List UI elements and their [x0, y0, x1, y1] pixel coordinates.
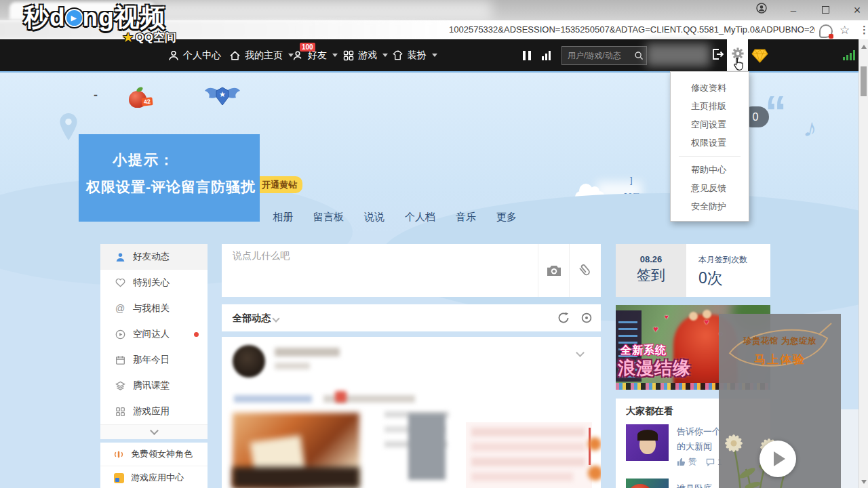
tab-albums[interactable]: 相册 — [273, 211, 293, 224]
sidebar-item-friend-feeds[interactable]: 好友动态 — [100, 244, 208, 270]
tab-message-board[interactable]: 留言板 — [313, 211, 344, 224]
sidebar-expand-button[interactable] — [100, 424, 208, 439]
settings-gear-button[interactable] — [727, 39, 748, 71]
home-icon — [229, 50, 241, 61]
nav-friends[interactable]: 100 好友 — [293, 39, 338, 71]
menu-item-homepage-layout[interactable]: 主页排版 — [671, 97, 749, 115]
nav-search-box[interactable] — [561, 46, 647, 65]
page-security-icon[interactable] — [819, 24, 833, 38]
yellow-diamond-icon[interactable] — [751, 49, 768, 66]
user-icon — [168, 50, 179, 61]
play-icon: ▶ — [66, 10, 82, 26]
checkin-stats: 本月签到次数 0次 — [686, 244, 770, 297]
logout-icon[interactable] — [711, 47, 726, 64]
menu-item-security[interactable]: 安全防护 — [671, 197, 749, 216]
scrollbar-thumb[interactable] — [861, 66, 867, 96]
like-label: 赞 — [688, 456, 696, 468]
menu-item-permission-settings[interactable]: 权限设置 — [671, 134, 749, 152]
weather-bracket: ] — [630, 175, 633, 185]
checkin-label: 签到 — [616, 266, 686, 285]
nav-label: 游戏 — [358, 49, 377, 62]
promo-line1: 珍贵花馆 为您绽放 — [719, 336, 841, 347]
tab-profile-file[interactable]: 个人档 — [405, 211, 435, 224]
sidebar-label: 游戏应用 — [133, 405, 170, 418]
extras-label: 免费领女神角色 — [131, 448, 193, 460]
cursor-icon — [732, 57, 744, 72]
checkin-button[interactable]: 08.26 签到 — [616, 244, 686, 297]
nav-games[interactable]: 游戏 — [343, 39, 388, 71]
avatar[interactable] — [233, 345, 265, 378]
free-goddess-role-link[interactable]: 免费领女神角色 — [100, 443, 208, 466]
open-yellow-diamond-button[interactable]: 开通黄钻 — [256, 176, 302, 193]
watching-item-title[interactable]: 告诉你一个 — [677, 426, 721, 438]
bookmark-star-icon[interactable]: ☆ — [840, 23, 850, 37]
menu-item-space-settings[interactable]: 空间设置 — [671, 115, 749, 134]
sidebar-label: 特别关心 — [133, 277, 170, 289]
wings-medal-icon[interactable]: ★ — [203, 85, 241, 108]
chevron-down-icon — [272, 314, 279, 322]
composer-input[interactable] — [231, 249, 526, 262]
refresh-icon[interactable] — [557, 312, 570, 327]
watching-item-title[interactable]: 谁是卧底.. — [677, 483, 717, 488]
sidebar-label: 那年今日 — [133, 354, 170, 366]
tip-tooltip: 小提示： 权限设置-评论留言防骚扰 — [79, 134, 260, 222]
nav-my-home[interactable]: 我的主页 — [229, 39, 294, 71]
video-play-button[interactable] — [760, 441, 796, 477]
watching-item-thumbnail[interactable] — [626, 424, 669, 461]
watching-item-actions[interactable]: 赞 1 — [677, 456, 722, 468]
sidebar-item-tencent-classroom[interactable]: 腾讯课堂 — [100, 373, 208, 399]
thumb-up-icon[interactable] — [677, 458, 686, 466]
nav-label: 我的主页 — [245, 49, 283, 62]
browser-profile-icon[interactable] — [755, 0, 768, 20]
tab-music[interactable]: 音乐 — [456, 211, 476, 224]
menu-item-feedback[interactable]: 意见反馈 — [671, 179, 749, 197]
nav-label: 个人中心 — [183, 49, 221, 62]
promo-cta-button[interactable]: 马上体验 — [719, 352, 841, 367]
add-photo-button[interactable] — [538, 244, 570, 297]
quote-decoration: “ — [765, 87, 787, 137]
scroll-up-arrow[interactable] — [861, 45, 867, 49]
svg-text:★: ★ — [219, 90, 226, 98]
search-input[interactable] — [562, 50, 634, 61]
feed-filter-dropdown[interactable]: 全部动态 — [233, 304, 279, 331]
sound-icon — [113, 449, 125, 460]
video-promo-overlay[interactable]: 珍贵花馆 为您绽放 马上体验 — [719, 314, 841, 488]
game-app-center-link[interactable]: 游戏应用中心 — [100, 466, 208, 488]
watermark-brand: 秒d▶ng视频 — [24, 4, 176, 31]
hidden-name-dash: - — [94, 88, 98, 102]
watching-item-thumbnail[interactable] — [626, 479, 669, 488]
sidebar-item-space-stars[interactable]: 空间达人 — [100, 321, 208, 347]
watching-item-title[interactable]: 的大新闻 — [677, 441, 712, 453]
scroll-down-arrow[interactable] — [861, 480, 867, 484]
sidebar-item-that-year-today[interactable]: 那年今日 — [100, 347, 208, 373]
at-icon: @ — [114, 303, 126, 314]
music-pause-icon[interactable] — [523, 51, 531, 60]
url-text[interactable]: 1002575332&ADSESSION=1535250507&ADTAG=CL… — [449, 24, 815, 35]
comment-icon[interactable] — [706, 458, 715, 466]
ad-line2: 浪漫结缘 — [618, 357, 691, 380]
tab-shuoshuo[interactable]: 说说 — [364, 211, 384, 224]
sidebar-item-game-apps[interactable]: 游戏应用 — [100, 399, 208, 424]
browser-menu-icon[interactable]: ⋮ — [859, 24, 868, 36]
chevron-down-icon — [576, 348, 585, 357]
checkin-month-label: 本月签到次数 — [698, 254, 770, 266]
post-menu-button[interactable] — [577, 346, 583, 359]
play-icon — [774, 451, 785, 466]
minimize-button[interactable]: – — [787, 0, 800, 20]
map-pin-icon — [58, 113, 79, 141]
close-button[interactable]: × — [850, 0, 864, 20]
page-scrollbar[interactable] — [859, 39, 868, 488]
sidebar-item-special-care[interactable]: 特别关心 — [100, 270, 208, 296]
sidebar-label: 空间达人 — [133, 328, 170, 340]
feed-settings-icon[interactable] — [580, 312, 593, 327]
nav-dress-up[interactable]: 装扮 — [392, 39, 437, 71]
add-link-button[interactable] — [569, 244, 601, 297]
settings-dropdown-menu: 修改资料 主页排版 空间设置 权限设置 帮助中心 意见反馈 安全防护 — [670, 71, 749, 222]
tab-more[interactable]: 更多 — [496, 211, 517, 224]
search-icon[interactable] — [634, 51, 644, 60]
music-playing-icon[interactable] — [542, 51, 551, 60]
menu-item-help-center[interactable]: 帮助中心 — [671, 161, 749, 179]
sidebar-item-related-to-me[interactable]: @ 与我相关 — [100, 296, 208, 321]
menu-item-edit-profile[interactable]: 修改资料 — [671, 79, 749, 97]
restore-button[interactable] — [818, 0, 832, 20]
